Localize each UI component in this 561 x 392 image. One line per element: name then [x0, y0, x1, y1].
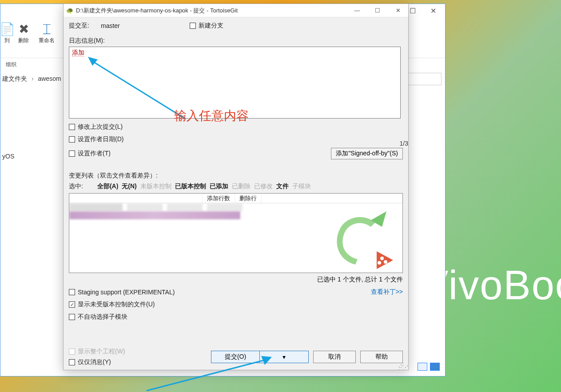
dialog-body: 提交至: master 新建分支 日志信息(M): 添加 1/3 修改上次提交(…: [64, 17, 408, 370]
breadcrumb[interactable]: 建文件夹 › awesom: [0, 75, 61, 83]
breadcrumb-seg1[interactable]: 建文件夹: [2, 75, 27, 82]
filter-added[interactable]: 已添加: [210, 182, 228, 190]
staging-checkbox[interactable]: [69, 289, 75, 295]
ribbon-moveto-label: 到: [4, 37, 10, 44]
filter-modified: 已修改: [254, 182, 273, 190]
show-whole-project-label: 显示整个工程(W): [78, 348, 125, 356]
bottom-buttons: 显示整个工程(W) 仅仅消息(Y) 提交(O) ▾ 取消 帮助: [69, 343, 403, 366]
commit-dropdown-button[interactable]: ▾: [260, 351, 309, 363]
filter-none[interactable]: 无(N): [122, 182, 136, 190]
col-deleted[interactable]: 删除行: [235, 194, 262, 203]
dialog-minimize-button[interactable]: —: [347, 4, 367, 17]
details-view-button[interactable]: [418, 363, 427, 371]
help-button[interactable]: 帮助: [360, 351, 403, 363]
dialog-maximize-button[interactable]: ☐: [367, 4, 388, 17]
resize-grip-icon[interactable]: ⋰⋰⋰: [398, 364, 407, 369]
ribbon-rename-label: 重命名: [39, 37, 55, 44]
new-branch-label: 新建分支: [199, 22, 223, 30]
show-unversioned-checkbox[interactable]: [69, 301, 75, 308]
only-message-checkbox[interactable]: [69, 359, 75, 365]
ribbon-moveto[interactable]: 📄 到: [2, 21, 12, 44]
no-auto-submodule-checkbox[interactable]: [69, 314, 75, 320]
dialog-close-button[interactable]: ✕: [388, 4, 408, 17]
amend-checkbox[interactable]: [69, 124, 75, 130]
view-patch-link[interactable]: 查看补丁>>: [371, 288, 403, 296]
commit-to-label: 提交至:: [69, 22, 101, 30]
commit-message-text: 添加: [72, 49, 84, 56]
commit-dialog: 🐢 D:\新建文件夹\awesome-harmony-os-kapok - 提交…: [63, 4, 409, 370]
staging-label: Staging support (EXPERIMENTAL): [78, 289, 175, 296]
close-button[interactable]: ✕: [423, 4, 443, 17]
svg-point-0: [380, 257, 384, 260]
svg-point-2: [378, 261, 381, 265]
only-message-label: 仅仅消息(Y): [78, 358, 111, 366]
chevron-right-icon: ›: [32, 75, 34, 82]
filter-files[interactable]: 文件: [276, 182, 289, 190]
new-branch-checkbox[interactable]: [190, 23, 196, 29]
view-switch-tray: [418, 363, 440, 371]
col-added[interactable]: 添加行数: [203, 194, 235, 203]
dialog-title: D:\新建文件夹\awesome-harmony-os-kapok - 提交 -…: [76, 7, 347, 15]
tortoisegit-commit-icon: [329, 202, 395, 269]
commit-button[interactable]: 提交(O): [211, 351, 260, 363]
tortoisegit-icon: 🐢: [66, 7, 73, 14]
ribbon-delete-label: 删除: [18, 37, 29, 44]
sidebar-item-fragment[interactable]: yOS: [0, 153, 14, 160]
filter-submodules: 子模块: [292, 182, 311, 190]
blurred-selected-row: [69, 211, 240, 219]
author-date-checkbox[interactable]: [69, 136, 75, 143]
branch-name[interactable]: master: [101, 22, 190, 29]
signed-off-button[interactable]: 添加"Signed-off-by"(S): [331, 148, 403, 159]
files-header: 添加行数 删除行: [69, 194, 402, 203]
cancel-button[interactable]: 取消: [313, 351, 356, 363]
set-author-checkbox[interactable]: [69, 150, 75, 157]
log-message-label: 日志信息(M):: [69, 37, 403, 45]
filter-selected-label: 选中:: [69, 182, 83, 190]
thumbnails-view-button[interactable]: [430, 363, 440, 371]
amend-label: 修改上次提交(L): [78, 123, 123, 131]
selected-count: 已选中 1 个文件, 总计 1 个文件: [317, 276, 403, 284]
ribbon-rename[interactable]: ⌶ 重命名: [35, 21, 58, 44]
show-whole-project-checkbox: [69, 348, 75, 355]
filter-row: 选中: 全部(A) 无(N) 未版本控制 已版本控制 已添加 已删除 已修改 文…: [69, 182, 403, 190]
svg-point-1: [384, 260, 387, 264]
show-unversioned-label: 显示未受版本控制的文件(U): [78, 301, 155, 309]
no-auto-submodule-label: 不自动选择子模块: [78, 313, 127, 321]
set-author-label: 设置作者(T): [78, 150, 111, 158]
line-counter: 1/3: [400, 140, 408, 147]
files-panel[interactable]: 添加行数 删除行: [69, 193, 403, 273]
filter-all[interactable]: 全部(A): [97, 182, 118, 190]
filter-deleted: 已删除: [232, 182, 251, 190]
filter-unversioned: 未版本控制: [140, 182, 171, 190]
breadcrumb-seg2[interactable]: awesom: [38, 75, 61, 82]
ribbon-delete[interactable]: ✖ 删除: [12, 21, 35, 44]
dialog-titlebar[interactable]: 🐢 D:\新建文件夹\awesome-harmony-os-kapok - 提交…: [64, 4, 408, 17]
filter-versioned[interactable]: 已版本控制: [175, 182, 206, 190]
annotation-text: 输入任意内容: [174, 107, 249, 124]
author-date-label: 设置作者日期(D): [78, 135, 123, 143]
changes-list-label: 变更列表（双击文件查看差异）:: [69, 172, 403, 180]
